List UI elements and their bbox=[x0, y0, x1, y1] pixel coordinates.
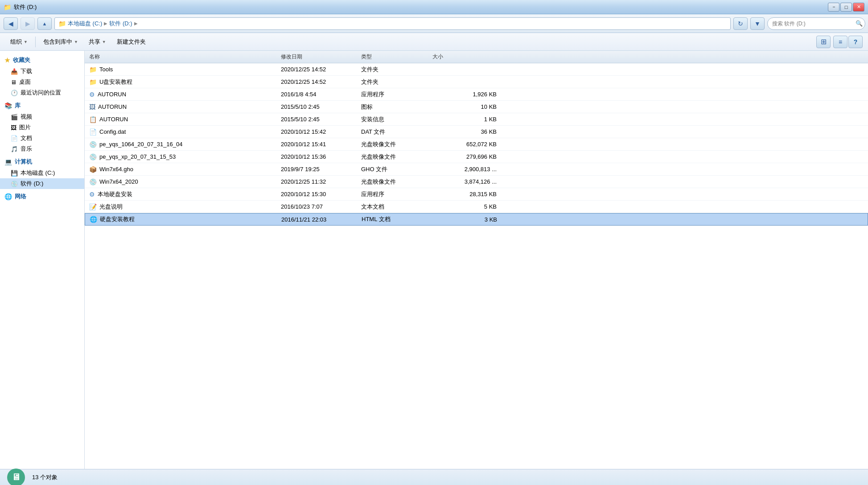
file-type-icon: 🖼 bbox=[89, 103, 95, 111]
file-name-label: 硬盘安装教程 bbox=[100, 215, 135, 223]
file-type-icon: 📦 bbox=[89, 166, 97, 173]
file-date-cell: 2020/10/12 15:42 bbox=[281, 128, 361, 135]
table-row[interactable]: 💿 pe_yqs_xp_20_07_31_15_53 2020/10/12 15… bbox=[85, 151, 868, 163]
table-row[interactable]: 📁 Tools 2020/12/25 14:52 文件夹 bbox=[85, 63, 868, 76]
sidebar: ★ 收藏夹 📥 下载 🖥 桌面 🕐 最近访问的位置 📚 库 bbox=[0, 51, 85, 469]
sidebar-header-favorites[interactable]: ★ 收藏夹 bbox=[0, 54, 84, 66]
sidebar-section-network: 🌐 网络 bbox=[0, 191, 84, 202]
file-date-cell: 2016/1/8 4:54 bbox=[281, 91, 361, 98]
favorites-icon: ★ bbox=[4, 57, 10, 64]
minimize-button[interactable]: － bbox=[828, 3, 839, 12]
column-header-type[interactable]: 类型 bbox=[361, 53, 432, 61]
file-size-cell: 3,874,126 ... bbox=[432, 178, 504, 185]
file-name-cell: ⚙ AUTORUN bbox=[85, 91, 281, 98]
file-date-cell: 2020/10/12 15:41 bbox=[281, 141, 361, 148]
table-row[interactable]: ⚙ 本地硬盘安装 2020/10/12 15:30 应用程序 28,315 KB bbox=[85, 188, 868, 201]
column-header-size[interactable]: 大小 bbox=[432, 53, 504, 61]
table-row[interactable]: ⚙ AUTORUN 2016/1/8 4:54 应用程序 1,926 KB bbox=[85, 88, 868, 101]
library-arrow-icon: ▼ bbox=[74, 40, 78, 44]
file-size-cell: 36 KB bbox=[432, 128, 504, 135]
refresh-button[interactable]: ↻ bbox=[733, 17, 748, 30]
breadcrumb-drive[interactable]: 软件 (D:) bbox=[109, 20, 132, 28]
sidebar-item-music[interactable]: 🎵 音乐 bbox=[0, 144, 84, 154]
sidebar-header-computer[interactable]: 💻 计算机 bbox=[0, 156, 84, 168]
maximize-button[interactable]: □ bbox=[840, 3, 852, 12]
back-button[interactable]: ◀ bbox=[4, 17, 18, 30]
file-date-cell: 2020/12/25 11:32 bbox=[281, 178, 361, 185]
close-button[interactable]: ✕ bbox=[853, 3, 864, 12]
status-count: 13 个对象 bbox=[32, 473, 58, 481]
file-date-cell: 2016/10/23 7:07 bbox=[281, 203, 361, 210]
file-name-cell: 💿 pe_yqs_1064_20_07_31_16_04 bbox=[85, 141, 281, 148]
sidebar-item-drive-d[interactable]: 💿 软件 (D:) bbox=[0, 178, 84, 189]
pictures-icon: 🖼 bbox=[11, 124, 16, 131]
table-row[interactable]: 🌐 硬盘安装教程 2016/11/21 22:03 HTML 文档 3 KB bbox=[85, 213, 868, 226]
file-name-cell: 🌐 硬盘安装教程 bbox=[85, 215, 281, 223]
breadcrumb-bar[interactable]: 📁 本地磁盘 (C:) ▶ 软件 (D:) ▶ bbox=[54, 17, 731, 30]
file-type-icon: ⚙ bbox=[89, 191, 95, 198]
table-row[interactable]: 📦 Win7x64.gho 2019/9/7 19:25 GHO 文件 2,90… bbox=[85, 163, 868, 176]
forward-button[interactable]: ▶ bbox=[21, 17, 35, 30]
recent-locations-button[interactable]: ▼ bbox=[750, 17, 765, 30]
view-options-button[interactable]: ⊞ bbox=[816, 36, 831, 48]
table-row[interactable]: 💿 pe_yqs_1064_20_07_31_16_04 2020/10/12 … bbox=[85, 138, 868, 151]
view-toggle-button[interactable]: ≡ bbox=[833, 36, 847, 48]
toolbar-divider-1 bbox=[35, 37, 36, 47]
organize-button[interactable]: 组织 ▼ bbox=[5, 36, 33, 48]
table-row[interactable]: 💿 Win7x64_2020 2020/12/25 11:32 光盘映像文件 3… bbox=[85, 176, 868, 188]
file-name-cell: 🖼 AUTORUN bbox=[85, 103, 281, 111]
help-button[interactable]: ? bbox=[848, 36, 863, 48]
file-name-cell: 💿 pe_yqs_xp_20_07_31_15_53 bbox=[85, 153, 281, 160]
file-type-cell: 光盘映像文件 bbox=[361, 178, 432, 186]
file-name-label: AUTORUN bbox=[99, 116, 128, 123]
title-bar-controls: － □ ✕ bbox=[828, 3, 864, 12]
file-type-icon: 📝 bbox=[89, 203, 97, 210]
sidebar-item-pictures[interactable]: 🖼 图片 bbox=[0, 122, 84, 133]
column-header-name[interactable]: 名称 bbox=[85, 53, 281, 61]
table-row[interactable]: 📁 U盘安装教程 2020/12/25 14:52 文件夹 bbox=[85, 76, 868, 88]
file-size-cell: 5 KB bbox=[432, 203, 504, 210]
sidebar-item-recent[interactable]: 🕐 最近访问的位置 bbox=[0, 87, 84, 98]
sidebar-item-videos[interactable]: 🎬 视频 bbox=[0, 111, 84, 122]
table-row[interactable]: 📝 光盘说明 2016/10/23 7:07 文本文档 5 KB bbox=[85, 201, 868, 213]
sidebar-header-libraries[interactable]: 📚 库 bbox=[0, 100, 84, 111]
breadcrumb-arrow-1: ▶ bbox=[104, 21, 107, 26]
table-row[interactable]: 📄 Config.dat 2020/10/12 15:42 DAT 文件 36 … bbox=[85, 126, 868, 138]
file-type-cell: 光盘映像文件 bbox=[361, 140, 432, 148]
file-size-cell: 28,315 KB bbox=[432, 191, 504, 197]
include-library-button[interactable]: 包含到库中 ▼ bbox=[38, 36, 83, 48]
sidebar-item-drive-c[interactable]: 💾 本地磁盘 (C:) bbox=[0, 168, 84, 178]
table-row[interactable]: 🖼 AUTORUN 2015/5/10 2:45 图标 10 KB bbox=[85, 101, 868, 113]
file-type-cell: 安装信息 bbox=[361, 115, 432, 123]
file-type-icon: 💿 bbox=[89, 178, 97, 185]
file-type-cell: HTML 文档 bbox=[362, 215, 433, 223]
title-bar-left: 📁 软件 (D:) bbox=[4, 3, 37, 11]
table-row[interactable]: 📋 AUTORUN 2015/5/10 2:45 安装信息 1 KB bbox=[85, 113, 868, 126]
file-name-label: 光盘说明 bbox=[99, 203, 123, 211]
file-area: 名称 修改日期 类型 大小 📁 Tools 2020/12/25 14:52 文… bbox=[85, 51, 868, 469]
file-type-cell: GHO 文件 bbox=[361, 165, 432, 173]
column-header-date[interactable]: 修改日期 bbox=[281, 53, 361, 61]
libraries-icon: 📚 bbox=[4, 102, 12, 109]
file-type-icon: ⚙ bbox=[89, 91, 95, 98]
recent-icon: 🕐 bbox=[11, 90, 18, 96]
breadcrumb-computer[interactable]: 本地磁盘 (C:) bbox=[68, 20, 102, 28]
file-name-cell: 📋 AUTORUN bbox=[85, 116, 281, 123]
share-arrow-icon: ▼ bbox=[102, 40, 106, 44]
search-input[interactable] bbox=[767, 17, 865, 30]
file-size-cell: 1 KB bbox=[432, 116, 504, 123]
up-button[interactable]: ▲ bbox=[37, 17, 52, 30]
file-type-icon: 💿 bbox=[89, 141, 97, 148]
status-logo: 🖥 bbox=[7, 469, 25, 485]
sidebar-item-downloads[interactable]: 📥 下载 bbox=[0, 66, 84, 77]
search-icon[interactable]: 🔍 bbox=[854, 18, 864, 29]
sidebar-header-network[interactable]: 🌐 网络 bbox=[0, 191, 84, 202]
file-type-cell: 应用程序 bbox=[361, 90, 432, 99]
file-size-cell: 10 KB bbox=[432, 103, 504, 110]
share-button[interactable]: 共享 ▼ bbox=[84, 36, 111, 48]
folder-icon: 📁 bbox=[4, 4, 11, 11]
file-size-cell: 1,926 KB bbox=[432, 91, 504, 98]
sidebar-item-desktop[interactable]: 🖥 桌面 bbox=[0, 77, 84, 87]
sidebar-item-documents[interactable]: 📄 文档 bbox=[0, 133, 84, 144]
new-folder-button[interactable]: 新建文件夹 bbox=[112, 36, 151, 48]
